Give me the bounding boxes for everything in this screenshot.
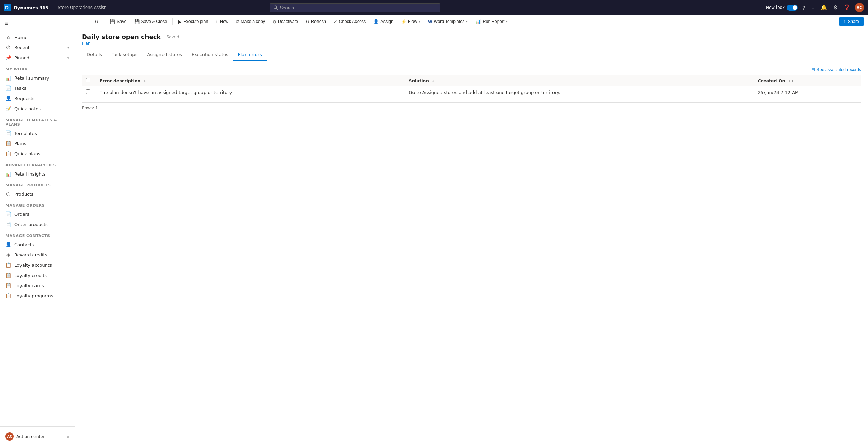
- assign-button[interactable]: 👤 Assign: [370, 17, 397, 26]
- brand-logo[interactable]: D Dynamics 365: [4, 4, 48, 11]
- search-box[interactable]: [270, 3, 440, 12]
- save-button[interactable]: 💾 Save: [106, 17, 130, 26]
- sidebar-item-retail-insights[interactable]: 📊 Retail insights: [0, 169, 75, 179]
- new-button[interactable]: + New: [212, 17, 232, 26]
- hamburger-button[interactable]: ≡: [0, 18, 13, 29]
- tab-details[interactable]: Details: [82, 49, 107, 61]
- retail-summary-icon: 📊: [5, 75, 11, 81]
- col-error-description[interactable]: Error description ↓: [96, 75, 405, 86]
- sidebar-item-pinned-label: Pinned: [14, 55, 29, 60]
- forward-button[interactable]: ↻: [91, 17, 102, 26]
- sidebar-item-templates[interactable]: 📄 Templates: [0, 128, 75, 138]
- created-on-sort-icon: ↓↑: [788, 79, 794, 83]
- row-checkbox[interactable]: [86, 89, 90, 94]
- help-icon[interactable]: ?: [801, 3, 807, 12]
- tab-execution-status[interactable]: Execution status: [187, 49, 233, 61]
- sidebar-bottom: AC Action center ∧: [0, 426, 75, 446]
- brand-name: Dynamics 365: [14, 5, 48, 10]
- see-associated-button[interactable]: ⊞ See associated records: [811, 67, 861, 72]
- run-report-button[interactable]: 📊 Run Report ▾: [472, 17, 511, 26]
- table-toolbar: ⊞ See associated records: [82, 67, 861, 72]
- execute-plan-button[interactable]: ▶ Execute plan: [175, 17, 211, 26]
- sidebar-item-order-products[interactable]: 📄 Order products: [0, 219, 75, 229]
- orders-icon: 📄: [5, 211, 11, 217]
- sidebar-item-templates-label: Templates: [14, 131, 37, 136]
- sidebar-item-loyalty-credits[interactable]: 📋 Loyalty credits: [0, 270, 75, 280]
- sidebar-item-loyalty-accounts[interactable]: 📋 Loyalty accounts: [0, 260, 75, 270]
- table-row[interactable]: The plan doesn't have an assigned target…: [82, 86, 861, 98]
- make-copy-button[interactable]: ⧉ Make a copy: [233, 17, 268, 26]
- run-report-dropdown-arrow: ▾: [506, 20, 508, 23]
- col-solution[interactable]: Solution ↓: [405, 75, 754, 86]
- sidebar-item-order-products-label: Order products: [14, 222, 48, 227]
- sidebar-item-loyalty-cards[interactable]: 📋 Loyalty cards: [0, 280, 75, 291]
- sidebar-item-products[interactable]: ⬡ Products: [0, 189, 75, 199]
- top-navigation: D Dynamics 365 Store Operations Assist N…: [0, 0, 868, 15]
- sidebar-item-retail-summary-label: Retail summary: [14, 75, 49, 81]
- tab-assigned-stores[interactable]: Assigned stores: [142, 49, 187, 61]
- sidebar-item-plans[interactable]: 📋 Plans: [0, 138, 75, 149]
- sidebar-item-orders[interactable]: 📄 Orders: [0, 209, 75, 219]
- word-templates-dropdown-arrow: ▾: [466, 20, 468, 23]
- sidebar-item-requests[interactable]: 👤 Requests: [0, 93, 75, 103]
- sidebar-item-quick-notes[interactable]: 📝 Quick notes: [0, 103, 75, 114]
- tab-plan-errors[interactable]: Plan errors: [233, 49, 267, 61]
- sidebar-item-tasks[interactable]: 📄 Tasks: [0, 83, 75, 93]
- col-solution-label: Solution: [409, 78, 429, 83]
- row-checkbox-cell[interactable]: [82, 86, 96, 98]
- col-created-on-label: Created On: [758, 78, 785, 83]
- manage-templates-section: Manage templates & plans: [0, 114, 75, 128]
- settings-icon[interactable]: ⚙: [832, 3, 839, 12]
- sidebar-item-pinned[interactable]: 📌 Pinned ∨: [0, 53, 75, 63]
- sidebar-item-loyalty-accounts-label: Loyalty accounts: [14, 263, 52, 268]
- select-all-header[interactable]: [82, 75, 96, 86]
- sidebar-item-reward-credits[interactable]: ◈ Reward credits: [0, 250, 75, 260]
- select-all-checkbox[interactable]: [86, 78, 90, 82]
- sidebar-item-home[interactable]: ⌂ Home: [0, 32, 75, 42]
- refresh-nav-icon: ↻: [95, 19, 98, 24]
- back-button[interactable]: ←: [79, 17, 90, 26]
- advanced-analytics-section: Advanced analytics: [0, 159, 75, 169]
- sidebar-item-contacts[interactable]: 👤 Contacts: [0, 239, 75, 250]
- add-icon[interactable]: +: [810, 3, 816, 12]
- flow-button[interactable]: ⚡ Flow ▾: [397, 17, 424, 26]
- sidebar-item-loyalty-programs[interactable]: 📋 Loyalty programs: [0, 291, 75, 301]
- sidebar-item-retail-insights-label: Retail insights: [14, 171, 45, 177]
- share-icon: ↑: [844, 19, 846, 24]
- avatar[interactable]: AC: [855, 3, 864, 12]
- top-nav-right: New look ? + 🔔 ⚙ ❓ AC: [766, 3, 864, 12]
- refresh-label: Refresh: [311, 19, 326, 24]
- new-look-switch[interactable]: [787, 5, 798, 11]
- sidebar-item-quick-plans[interactable]: 📋 Quick plans: [0, 149, 75, 159]
- loyalty-accounts-icon: 📋: [5, 262, 11, 268]
- action-center[interactable]: AC Action center ∧: [0, 429, 75, 444]
- notifications-icon[interactable]: 🔔: [819, 3, 828, 12]
- sidebar-item-recent[interactable]: ⏱ Recent ∨: [0, 42, 75, 53]
- new-look-toggle[interactable]: New look: [766, 5, 798, 11]
- see-associated-icon: ⊞: [811, 67, 815, 72]
- check-access-button[interactable]: ✓ Check Access: [330, 17, 369, 26]
- word-templates-label: Word Templates: [434, 19, 465, 24]
- share-label: Share: [848, 19, 859, 24]
- sidebar-nav: ⌂ Home ⏱ Recent ∨ 📌 Pinned ∨ My work 📊 R…: [0, 32, 75, 301]
- deactivate-button[interactable]: ⊘ Deactivate: [269, 17, 302, 26]
- dynamics-logo-icon: D: [4, 4, 11, 11]
- refresh-button[interactable]: ↻ Refresh: [302, 17, 330, 26]
- search-input[interactable]: [280, 5, 437, 10]
- quick-plans-icon: 📋: [5, 151, 11, 156]
- tab-task-setups[interactable]: Task setups: [107, 49, 142, 61]
- action-center-expand[interactable]: ∧: [67, 434, 69, 439]
- question-icon[interactable]: ❓: [842, 3, 852, 12]
- retail-insights-icon: 📊: [5, 171, 11, 177]
- word-templates-button[interactable]: W Word Templates ▾: [424, 17, 471, 26]
- share-button[interactable]: ↑ Share: [839, 17, 864, 26]
- order-products-icon: 📄: [5, 222, 11, 227]
- col-created-on[interactable]: Created On ↓↑: [754, 75, 861, 86]
- manage-products-section: Manage products: [0, 179, 75, 189]
- sidebar-item-retail-summary[interactable]: 📊 Retail summary: [0, 73, 75, 83]
- execute-icon: ▶: [178, 19, 182, 24]
- saved-badge: - Saved: [164, 34, 179, 39]
- save-close-button[interactable]: 💾 Save & Close: [131, 17, 171, 26]
- quick-notes-icon: 📝: [5, 106, 11, 111]
- save-close-icon: 💾: [134, 19, 140, 24]
